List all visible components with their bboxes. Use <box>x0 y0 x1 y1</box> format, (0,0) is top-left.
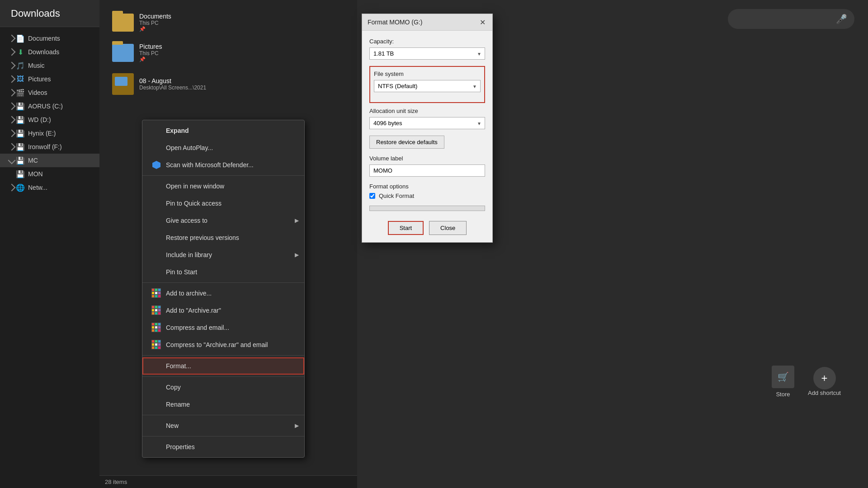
submenu-arrow-icon: ▶ <box>295 252 299 258</box>
drive-icon: 💾 <box>16 129 24 137</box>
menu-label-add-archive: Add to archive... <box>166 290 212 297</box>
menu-item-restore[interactable]: Restore previous versions <box>142 229 304 246</box>
volume-label-input[interactable] <box>369 164 485 177</box>
chevron-icon <box>8 35 16 42</box>
quick-format-checkbox[interactable] <box>369 193 375 199</box>
documents-icon: 📄 <box>16 34 24 42</box>
format-progress-bar <box>369 206 485 211</box>
add-shortcut-label: Add shortcut <box>808 389 841 396</box>
sidebar-label-mon: MON <box>28 170 43 178</box>
menu-item-add-archive-rar[interactable]: Add to "Archive.rar" <box>142 302 304 319</box>
menu-item-include-library[interactable]: Include in library ▶ <box>142 246 304 263</box>
pin-start-icon <box>151 267 161 277</box>
pictures-icon: 🖼 <box>16 75 24 83</box>
menu-item-rename[interactable]: Rename <box>142 396 304 413</box>
format-options-label: Format options <box>369 183 485 190</box>
capacity-select[interactable]: 1.81 TB <box>369 47 485 60</box>
folder-pin: 📌 <box>139 56 162 62</box>
menu-separator <box>142 175 304 176</box>
close-dialog-button[interactable]: Close <box>429 221 467 235</box>
dialog-footer: Start Close <box>369 217 485 235</box>
menu-separator <box>142 355 304 356</box>
chevron-icon <box>8 130 16 137</box>
status-bar: 28 items <box>99 475 357 488</box>
drive-icon: 💾 <box>16 156 24 164</box>
chevron-down-icon <box>8 157 16 164</box>
properties-icon <box>151 442 161 452</box>
menu-item-open-window[interactable]: Open in new window <box>142 178 304 195</box>
sidebar-label-ironwolf: Ironwolf (F:) <box>28 143 62 150</box>
sidebar-label-mc: MC <box>28 157 38 164</box>
list-item[interactable]: Documents This PC 📌 <box>108 9 348 36</box>
folder-name: Pictures <box>139 43 162 50</box>
list-item[interactable]: Pictures This PC 📌 <box>108 39 348 66</box>
menu-label-properties: Properties <box>166 443 195 450</box>
folder-info: Pictures This PC 📌 <box>139 43 162 62</box>
menu-label-include-library: Include in library <box>166 251 212 258</box>
sidebar-label-music: Music <box>28 62 45 69</box>
store-icon[interactable]: 🛒 <box>772 366 794 388</box>
rar-icon <box>151 323 161 333</box>
chevron-icon <box>8 103 16 110</box>
search-bar[interactable]: 🎤 <box>728 9 854 29</box>
rar-icon <box>151 305 161 315</box>
format-options-section: Format options Quick Format <box>369 183 485 199</box>
menu-label-rename: Rename <box>166 401 190 408</box>
file-system-group: File system NTFS (Default) <box>369 66 485 103</box>
folder-icon-pictures <box>112 44 134 62</box>
autoplay-icon <box>151 143 161 153</box>
content-items: Documents This PC 📌 Pictures This PC 📌 0… <box>99 0 357 108</box>
menu-item-compress-email[interactable]: Compress and email... <box>142 319 304 336</box>
menu-item-pin-quick[interactable]: Pin to Quick access <box>142 195 304 212</box>
menu-item-properties[interactable]: Properties <box>142 438 304 455</box>
menu-label-pin-quick: Pin to Quick access <box>166 200 222 207</box>
menu-item-new[interactable]: New ▶ <box>142 417 304 434</box>
chevron-icon <box>8 89 16 97</box>
menu-item-give-access[interactable]: Give access to ▶ <box>142 212 304 229</box>
menu-item-pin-start[interactable]: Pin to Start <box>142 263 304 281</box>
menu-label-compress-archive-email: Compress to "Archive.rar" and email <box>166 341 268 348</box>
drive-icon: 💾 <box>16 143 24 151</box>
menu-separator <box>142 282 304 283</box>
menu-item-add-archive[interactable]: Add to archive... <box>142 285 304 302</box>
menu-label-compress-email: Compress and email... <box>166 324 229 331</box>
sidebar-label-pictures: Pictures <box>28 75 51 83</box>
add-shortcut-button[interactable]: + <box>813 367 836 389</box>
network-icon: 🌐 <box>16 183 24 192</box>
allocation-select[interactable]: 4096 bytes <box>369 117 485 129</box>
menu-label-pin-start: Pin to Start <box>166 268 197 276</box>
dialog-close-button[interactable]: ✕ <box>478 18 487 27</box>
chevron-icon <box>8 75 16 83</box>
rar-icon <box>151 340 161 350</box>
menu-item-expand[interactable]: Expand <box>142 122 304 139</box>
menu-item-defender[interactable]: Scan with Microsoft Defender... <box>142 156 304 174</box>
file-system-select[interactable]: NTFS (Default) <box>374 80 481 92</box>
chevron-icon <box>8 184 16 192</box>
chevron-icon <box>8 116 16 124</box>
drive-icon: 💾 <box>16 170 24 178</box>
sidebar-label-network: Netw... <box>28 184 47 191</box>
capacity-select-wrapper: 1.81 TB <box>369 47 485 60</box>
folder-name: Documents <box>139 13 171 20</box>
rar-icon <box>151 288 161 298</box>
capacity-label: Capacity: <box>369 38 485 45</box>
menu-label-new: New <box>166 422 179 429</box>
folder-icon-august <box>112 73 134 95</box>
menu-item-autoplay[interactable]: Open AutoPlay... <box>142 139 304 156</box>
allocation-select-wrapper: 4096 bytes <box>369 117 485 129</box>
list-item[interactable]: 08 - August Desktop\All Screens...\2021 <box>108 70 348 99</box>
menu-item-compress-archive-email[interactable]: Compress to "Archive.rar" and email <box>142 336 304 353</box>
folder-pin: 📌 <box>139 26 171 32</box>
start-button[interactable]: Start <box>388 221 424 235</box>
volume-label-label: Volume label <box>369 155 485 162</box>
add-shortcut-area: 🛒 Store + Add shortcut <box>772 366 841 398</box>
music-icon: 🎵 <box>16 61 24 70</box>
menu-item-copy[interactable]: Copy <box>142 379 304 396</box>
rename-icon <box>151 399 161 409</box>
sidebar-label-videos: Videos <box>28 89 47 96</box>
defender-icon <box>151 160 161 170</box>
allocation-label: Allocation unit size <box>369 108 485 114</box>
menu-item-format[interactable]: Format... <box>142 357 304 375</box>
restore-defaults-button[interactable]: Restore device defaults <box>369 136 444 149</box>
library-icon <box>151 250 161 260</box>
